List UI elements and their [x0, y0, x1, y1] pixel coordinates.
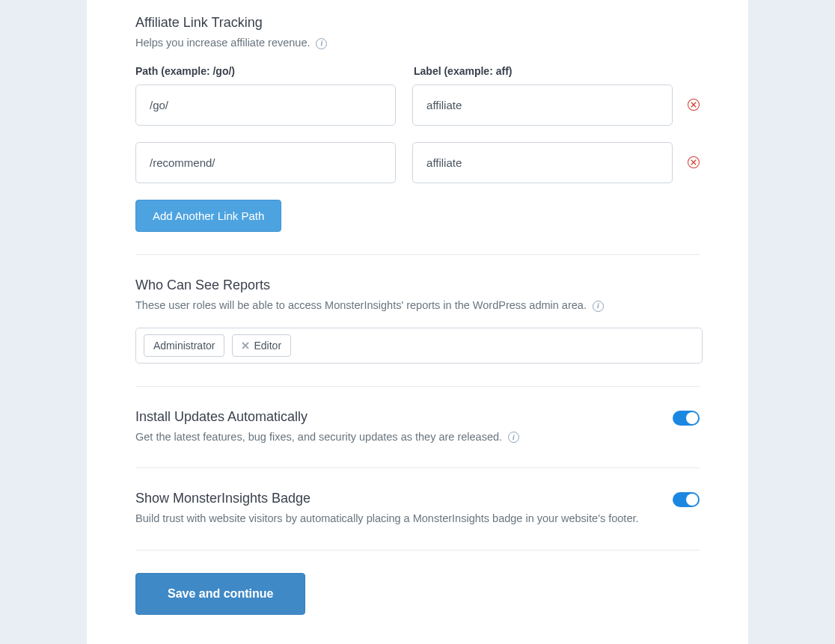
- updates-section: Install Updates Automatically Get the la…: [135, 409, 700, 446]
- badge-toggle[interactable]: [673, 492, 700, 507]
- role-tag-label: Editor: [254, 340, 281, 352]
- info-icon[interactable]: i: [316, 38, 327, 49]
- remove-row-button[interactable]: [688, 99, 700, 111]
- link-path-row: [135, 142, 700, 183]
- divider: [135, 467, 700, 468]
- affiliate-desc: Helps you increase affiliate revenue.: [135, 37, 310, 49]
- role-tag-label: Administrator: [153, 340, 215, 352]
- save-continue-button[interactable]: Save and continue: [135, 573, 305, 615]
- add-link-path-button[interactable]: Add Another Link Path: [135, 200, 281, 232]
- role-tag-editor[interactable]: Editor: [232, 334, 291, 357]
- close-icon: [691, 159, 697, 165]
- label-input[interactable]: [412, 142, 673, 183]
- reports-section: Who Can See Reports These user roles wil…: [135, 277, 700, 364]
- close-icon: [691, 102, 697, 108]
- link-path-row: [135, 85, 700, 126]
- settings-panel: Affiliate Link Tracking Helps you increa…: [87, 0, 748, 644]
- badge-title: Show MonsterInsights Badge: [135, 491, 650, 506]
- badge-desc: Build trust with website visitors by aut…: [135, 512, 639, 524]
- label-column-label: Label (example: aff): [414, 65, 676, 77]
- toggle-knob: [686, 494, 698, 506]
- divider: [135, 254, 700, 255]
- affiliate-title: Affiliate Link Tracking: [135, 15, 700, 31]
- reports-desc: These user roles will be able to access …: [135, 299, 587, 311]
- remove-row-button[interactable]: [688, 156, 700, 168]
- roles-input[interactable]: Administrator Editor: [135, 328, 703, 364]
- updates-toggle[interactable]: [673, 411, 700, 426]
- divider: [135, 386, 700, 387]
- divider: [135, 550, 700, 551]
- remove-tag-button[interactable]: [242, 342, 249, 349]
- path-input[interactable]: [135, 85, 396, 126]
- updates-title: Install Updates Automatically: [135, 409, 650, 425]
- label-input[interactable]: [412, 85, 673, 126]
- updates-desc: Get the latest features, bug fixes, and …: [135, 431, 502, 443]
- info-icon[interactable]: i: [593, 301, 604, 312]
- badge-section: Show MonsterInsights Badge Build trust w…: [135, 491, 700, 527]
- path-input[interactable]: [135, 142, 396, 183]
- toggle-knob: [686, 412, 698, 424]
- path-column-label: Path (example: /go/): [135, 65, 397, 77]
- role-tag-administrator[interactable]: Administrator: [144, 334, 224, 357]
- info-icon[interactable]: i: [508, 432, 519, 443]
- close-icon: [242, 342, 249, 349]
- affiliate-section: Affiliate Link Tracking Helps you increa…: [135, 15, 700, 232]
- reports-title: Who Can See Reports: [135, 277, 700, 293]
